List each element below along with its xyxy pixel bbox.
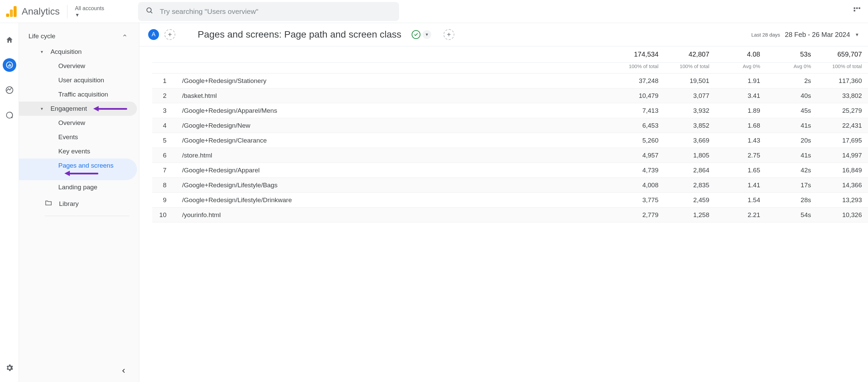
table-row[interactable]: 4/Google+Redesign/New6,4533,8521.6841s22… — [152, 118, 868, 133]
row-value: 7,413 — [614, 103, 665, 118]
row-index: 7 — [152, 163, 173, 178]
sidebar-item-landing-page[interactable]: Landing page — [19, 180, 137, 194]
sidebar-group-acquisition[interactable]: ▼ Acquisition — [19, 45, 137, 59]
sidebar-item-traffic-acquisition[interactable]: Traffic acquisition — [19, 87, 137, 102]
search-input[interactable] — [160, 7, 392, 16]
svg-rect-5 — [854, 10, 855, 12]
table-row[interactable]: 6/store.html4,9571,8052.7541s14,997 — [152, 148, 868, 163]
sidebar-item-overview[interactable]: Overview — [19, 59, 137, 73]
sidebar-item-key-events[interactable]: Key events — [19, 144, 137, 158]
row-value: 3.41 — [715, 88, 766, 103]
total-col-4: 659,707 — [817, 46, 868, 63]
row-value: 14,366 — [817, 178, 868, 193]
row-index: 5 — [152, 133, 173, 148]
total-col-1: 42,807 — [665, 46, 715, 63]
row-value: 41s — [766, 118, 817, 133]
table-row[interactable]: 3/Google+Redesign/Apparel/Mens7,4133,932… — [152, 103, 868, 118]
row-value: 4,008 — [614, 178, 665, 193]
total-sub-4: 100% of total — [817, 63, 868, 73]
row-index: 3 — [152, 103, 173, 118]
top-header: Analytics All accounts ▼ — [0, 0, 868, 23]
row-value: 37,248 — [614, 73, 665, 88]
row-value: 1,258 — [665, 208, 715, 222]
sidebar-item-events[interactable]: Events — [19, 130, 137, 144]
layout: Life cycle ▼ Acquisition Overview User a… — [0, 23, 868, 382]
row-path: /Google+Redesign/Apparel — [173, 163, 614, 178]
sidebar-group-engagement[interactable]: ▼ Engagement — [19, 102, 137, 116]
segment-badge[interactable]: A — [148, 29, 159, 40]
row-value: 2,779 — [614, 208, 665, 222]
row-path: /Google+Redesign/Clearance — [173, 133, 614, 148]
row-value: 6,453 — [614, 118, 665, 133]
row-path: /Google+Redesign/Lifestyle/Bags — [173, 178, 614, 193]
search-icon — [145, 6, 154, 16]
svg-rect-2 — [854, 7, 855, 9]
add-segment-button[interactable]: + — [164, 29, 175, 40]
table-row[interactable]: 9/Google+Redesign/Lifestyle/Drinkware3,7… — [152, 193, 868, 208]
row-index: 4 — [152, 118, 173, 133]
chevron-down-icon: ▼ — [75, 12, 104, 18]
sidebar-item-overview-2[interactable]: Overview — [19, 116, 137, 130]
table-row[interactable]: 1/Google+Redesign/Stationery37,24819,501… — [152, 73, 868, 88]
account-switcher[interactable]: All accounts ▼ — [75, 5, 104, 18]
divider — [67, 5, 67, 18]
sidebar: Life cycle ▼ Acquisition Overview User a… — [19, 23, 139, 382]
row-value: 3,932 — [665, 103, 715, 118]
total-sub-3: Avg 0% — [766, 63, 817, 73]
table-row[interactable]: 2/basket.html10,4793,0773.4140s33,802 — [152, 88, 868, 103]
row-value: 41s — [766, 148, 817, 163]
table-row[interactable]: 5/Google+Redesign/Clearance5,2603,6691.4… — [152, 133, 868, 148]
account-label: All accounts — [75, 5, 104, 12]
row-path: /store.html — [173, 148, 614, 163]
divider — [45, 216, 130, 216]
row-value: 22,431 — [817, 118, 868, 133]
row-value: 2,864 — [665, 163, 715, 178]
product-name: Analytics — [22, 6, 60, 17]
collapse-sidebar-icon[interactable] — [121, 366, 127, 376]
status-check: ▼ — [412, 30, 431, 39]
row-value: 1.89 — [715, 103, 766, 118]
row-value: 17s — [766, 178, 817, 193]
total-sub-2: Avg 0% — [715, 63, 766, 73]
status-dropdown[interactable]: ▼ — [422, 30, 431, 39]
chevron-down-icon: ▼ — [855, 32, 859, 37]
group-label: Acquisition — [51, 48, 82, 56]
row-value: 10,479 — [614, 88, 665, 103]
table-row[interactable]: 8/Google+Redesign/Lifestyle/Bags4,0082,8… — [152, 178, 868, 193]
row-index: 6 — [152, 148, 173, 163]
home-icon[interactable] — [3, 33, 16, 47]
reports-icon[interactable] — [3, 58, 16, 72]
sidebar-section-lifecycle[interactable]: Life cycle — [19, 28, 137, 45]
explore-icon[interactable] — [3, 83, 16, 97]
row-value: 16,849 — [817, 163, 868, 178]
row-index: 1 — [152, 73, 173, 88]
svg-rect-4 — [859, 7, 861, 9]
row-value: 40s — [766, 88, 817, 103]
row-index: 9 — [152, 193, 173, 208]
row-value: 10,326 — [817, 208, 868, 222]
svg-rect-9 — [10, 64, 11, 66]
date-range-picker[interactable]: Last 28 days 28 Feb - 26 Mar 2024 ▼ — [751, 31, 859, 39]
row-value: 45s — [766, 103, 817, 118]
row-value: 3,775 — [614, 193, 665, 208]
row-path: /Google+Redesign/New — [173, 118, 614, 133]
svg-rect-3 — [856, 7, 858, 9]
annotation-arrow — [64, 172, 98, 175]
row-value: 25,279 — [817, 103, 868, 118]
advertising-icon[interactable] — [3, 108, 16, 122]
table-row[interactable]: 7/Google+Redesign/Apparel4,7392,8641.654… — [152, 163, 868, 178]
table-row[interactable]: 10/yourinfo.html2,7791,2582.2154s10,326 — [152, 208, 868, 222]
sidebar-item-pages-and-screens[interactable]: Pages and screens — [19, 158, 137, 180]
sidebar-library[interactable]: Library — [19, 194, 139, 213]
report-header: A + Pages and screens: Page path and scr… — [139, 23, 868, 46]
sidebar-item-user-acquisition[interactable]: User acquisition — [19, 73, 137, 87]
admin-gear-icon[interactable] — [3, 361, 16, 375]
search-box[interactable] — [138, 2, 399, 21]
row-value: 117,360 — [817, 73, 868, 88]
main-content: A + Pages and screens: Page path and scr… — [139, 23, 868, 382]
row-value: 3,077 — [665, 88, 715, 103]
add-comparison-button[interactable]: + — [443, 29, 454, 40]
row-value: 2.75 — [715, 148, 766, 163]
apps-grid-icon[interactable] — [853, 7, 862, 16]
group-label: Engagement — [51, 105, 87, 112]
